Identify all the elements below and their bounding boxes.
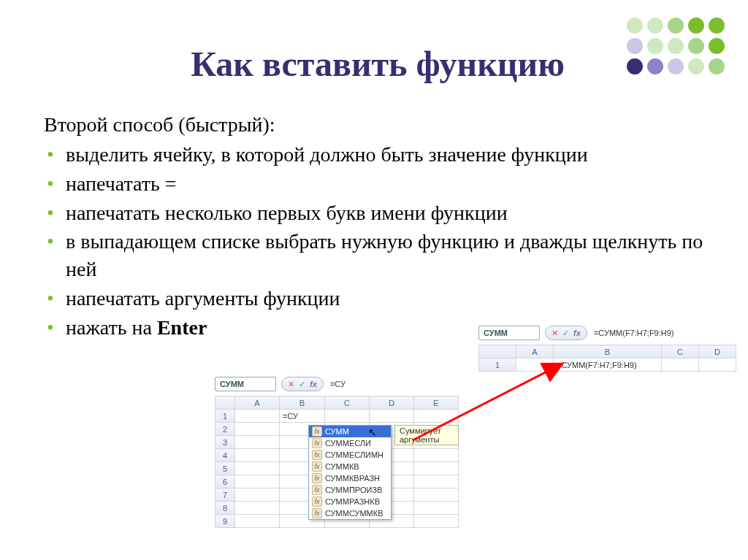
enter-key-label: Enter [157, 316, 207, 339]
formula-bar-value: =СУ [330, 380, 346, 388]
bullet-item: напечатать = [44, 170, 711, 198]
autocomplete-item: fxСУММКВРАЗН [309, 472, 391, 484]
subtitle: Второй способ (быстрый): [44, 113, 711, 137]
excel-screenshot-result: СУММ ✕ ✓ fx =СУММ(F7:H7;F9:H9) A B C D 1… [478, 326, 736, 372]
autocomplete-tooltip: Суммирует аргументы [394, 425, 459, 445]
bullet-item: напечатать аргументы функции [44, 285, 711, 312]
formula-bar-controls: ✕ ✓ fx [545, 326, 587, 340]
function-autocomplete-list: fxСУММ fxСУММЕСЛИ fxСУММЕСЛИМН fxСУММКВ … [308, 425, 392, 520]
cancel-icon: ✕ [552, 329, 558, 338]
autocomplete-item: fxСУММ [309, 426, 391, 437]
bullet-list: выделить ячейку, в которой должно быть з… [44, 141, 711, 342]
bullet-item: напечатать несколько первых букв имени ф… [44, 199, 711, 227]
accept-icon: ✓ [562, 329, 569, 338]
accept-icon: ✓ [299, 380, 305, 389]
spreadsheet-grid: A B C D 1 =СУММ(F7:H7;F9:H9) [478, 345, 736, 372]
cancel-icon: ✕ [288, 380, 294, 389]
bullet-item: выделить ячейку, в которой должно быть з… [44, 141, 711, 169]
cursor-icon: ↖ [368, 426, 377, 438]
autocomplete-item: fxСУММЕСЛИМН [309, 449, 391, 461]
autocomplete-item: fxСУММСУММКВ [309, 507, 391, 519]
formula-bar-controls: ✕ ✓ fx [281, 377, 324, 391]
active-cell: =СУ [280, 410, 325, 423]
name-box: СУММ [215, 377, 276, 391]
autocomplete-item: fxСУММЕСЛИ [309, 437, 391, 449]
active-cell: =СУММ(F7:H7;F9:H9) [554, 358, 662, 372]
autocomplete-item: fxСУММКВ [309, 461, 391, 472]
fx-icon: fx [310, 380, 317, 388]
autocomplete-item: fxСУММПРОИЗВ [309, 484, 391, 496]
decorative-dots [627, 18, 729, 79]
autocomplete-item: fxСУММРАЗНКВ [309, 496, 391, 507]
formula-bar-value: =СУММ(F7:H7;F9:H9) [594, 329, 674, 337]
bullet-item: в выпадающем списке выбрать нужную функц… [44, 228, 711, 283]
name-box: СУММ [478, 326, 540, 340]
slide-title: Как вставить функцию [44, 44, 711, 84]
fx-icon: fx [573, 329, 581, 337]
excel-screenshot-autocomplete: СУММ ✕ ✓ fx =СУ A B C D E 1=СУ 2 3 4 5 6… [215, 377, 459, 528]
